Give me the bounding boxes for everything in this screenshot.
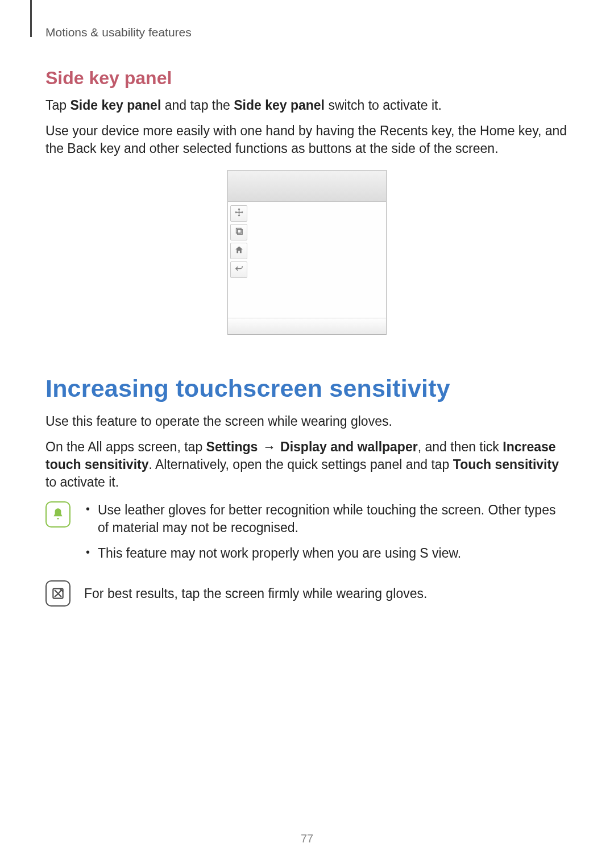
warning-item-2: This feature may not work properly when … (84, 545, 569, 562)
svg-rect-0 (236, 229, 241, 234)
back-icon (234, 264, 244, 276)
warning-content: Use leather gloves for better recognitio… (84, 501, 569, 570)
page-number: 77 (0, 832, 614, 845)
touch-p2: On the All apps screen, tap Settings → D… (45, 438, 569, 491)
phone-status-bar (228, 171, 386, 202)
move-icon (234, 207, 244, 219)
bold-display-wallpaper: Display and wallpaper (280, 439, 418, 454)
move-handle-tile (230, 205, 247, 222)
svg-rect-1 (237, 230, 242, 235)
phone-nav-bar (228, 318, 386, 334)
bold-side-key-2: Side key panel (234, 98, 325, 113)
bell-icon (45, 501, 70, 528)
touch-p1: Use this feature to operate the screen w… (45, 413, 569, 430)
tip-note: For best results, tap the screen firmly … (45, 580, 569, 607)
phone-illustration (227, 170, 387, 335)
arrow: → (258, 439, 280, 454)
bold-touch-sensitivity: Touch sensitivity (453, 457, 559, 472)
section-title-touch-sensitivity: Increasing touchscreen sensitivity (45, 375, 569, 402)
back-key-tile (230, 261, 247, 278)
home-icon (234, 245, 244, 257)
phone-body (228, 202, 386, 318)
side-key-instruction-2: Use your device more easily with one han… (45, 122, 569, 157)
text: , and then tick (418, 439, 503, 454)
side-key-instruction-1: Tap Side key panel and tap the Side key … (45, 97, 569, 114)
warning-item-1: Use leather gloves for better recognitio… (84, 501, 569, 537)
note-icon (45, 580, 70, 607)
text: and tap the (161, 98, 234, 113)
text: to activate it. (45, 475, 119, 489)
text: switch to activate it. (325, 98, 442, 113)
bold-side-key-1: Side key panel (70, 98, 161, 113)
text: On the All apps screen, tap (45, 439, 206, 454)
tip-text: For best results, tap the screen firmly … (84, 585, 569, 603)
manual-page: Motions & usability features Side key pa… (0, 0, 614, 868)
bold-settings: Settings (206, 439, 258, 454)
tip-content: For best results, tap the screen firmly … (84, 580, 569, 603)
section-title-side-key: Side key panel (45, 68, 569, 89)
breadcrumb: Motions & usability features (45, 26, 569, 39)
text: Tap (45, 98, 70, 113)
home-key-tile (230, 243, 247, 259)
warning-note: Use leather gloves for better recognitio… (45, 501, 569, 570)
recents-icon (234, 226, 244, 238)
recents-key-tile (230, 224, 247, 240)
header-rule (30, 0, 32, 37)
text: . Alternatively, open the quick settings… (148, 457, 453, 472)
side-key-panel-strip (228, 202, 250, 318)
